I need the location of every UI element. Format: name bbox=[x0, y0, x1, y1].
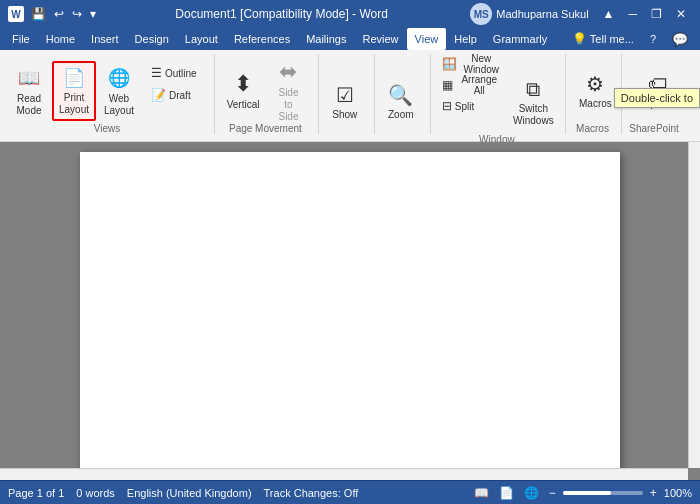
ribbon-group-show: ☑ Show bbox=[325, 54, 375, 134]
macros-button[interactable]: ⚙ Macros bbox=[572, 61, 619, 121]
views-small-buttons: ☰ Outline 📝 Draft bbox=[146, 63, 206, 121]
menu-references[interactable]: References bbox=[226, 28, 298, 50]
new-window-icon: 🪟 bbox=[442, 57, 457, 71]
close-button[interactable]: ✕ bbox=[670, 5, 692, 23]
zoom-button[interactable]: 🔍 Zoom bbox=[381, 72, 421, 132]
scrollbar-vertical[interactable] bbox=[688, 142, 700, 468]
menu-file[interactable]: File bbox=[4, 28, 38, 50]
tell-me-button[interactable]: 💡 Tell me... bbox=[564, 28, 642, 50]
lightbulb-icon: 💡 bbox=[572, 32, 587, 46]
customize-quick-access-button[interactable]: ▾ bbox=[87, 5, 99, 23]
minimize-button[interactable]: ─ bbox=[622, 5, 643, 23]
read-mode-label: ReadMode bbox=[16, 93, 41, 117]
document-area bbox=[0, 142, 700, 480]
page-movement-label: Page Movement bbox=[221, 123, 310, 134]
menu-mailings[interactable]: Mailings bbox=[298, 28, 354, 50]
zoom-slider[interactable] bbox=[563, 491, 643, 495]
save-button[interactable]: 💾 bbox=[28, 5, 49, 23]
outline-button[interactable]: ☰ Outline bbox=[146, 63, 206, 83]
status-bar-left: Page 1 of 1 0 words English (United King… bbox=[8, 487, 358, 499]
draft-label: Draft bbox=[169, 90, 191, 101]
read-mode-icon: 📖 bbox=[13, 65, 45, 91]
scrollbar-horizontal[interactable] bbox=[0, 468, 688, 480]
show-button[interactable]: ☑ Show bbox=[325, 72, 365, 132]
arrange-all-button[interactable]: ▦ Arrange All bbox=[437, 75, 508, 95]
side-to-side-button[interactable]: ⬌ Sideto Side bbox=[267, 61, 310, 121]
menu-view[interactable]: View bbox=[407, 28, 447, 50]
macros-buttons: ⚙ Macros bbox=[572, 54, 619, 121]
switch-windows-button[interactable]: ⧉ SwitchWindows bbox=[510, 72, 557, 132]
macros-label: Macros bbox=[579, 98, 612, 110]
ribbon-group-zoom: 🔍 Zoom bbox=[381, 54, 431, 134]
print-layout-label: PrintLayout bbox=[59, 92, 89, 116]
zoom-fill bbox=[563, 491, 611, 495]
tooltip-box: Double-click to bbox=[614, 88, 700, 108]
draft-button[interactable]: 📝 Draft bbox=[146, 85, 206, 105]
ribbon-collapse-button[interactable]: ▲ bbox=[597, 5, 621, 23]
user-name-label: Madhuparna Sukul bbox=[496, 8, 588, 20]
document-title: Document1 [Compatibility Mode] - Word bbox=[99, 7, 464, 21]
new-window-button[interactable]: 🪟 New Window bbox=[437, 54, 508, 74]
web-layout-icon: 🌐 bbox=[103, 65, 135, 91]
split-button[interactable]: ⊟ Split bbox=[437, 96, 508, 116]
zoom-control: − + 100% bbox=[546, 485, 692, 501]
ribbon-group-page-movement: ⬍ Vertical ⬌ Sideto Side Page Movement bbox=[221, 54, 319, 134]
question-icon: ? bbox=[650, 33, 656, 45]
quick-access-toolbar: 💾 ↩ ↪ ▾ bbox=[28, 5, 99, 23]
split-icon: ⊟ bbox=[442, 99, 452, 113]
read-view-button[interactable]: 📖 bbox=[471, 485, 492, 501]
outline-label: Outline bbox=[165, 68, 197, 79]
menu-design[interactable]: Design bbox=[127, 28, 177, 50]
user-account-button[interactable]: MS Madhuparna Sukul bbox=[464, 1, 594, 27]
ribbon-group-views: 📖 ReadMode 📄 PrintLayout 🌐 WebLayout ☰ O… bbox=[8, 54, 215, 134]
vertical-icon: ⬍ bbox=[234, 71, 252, 97]
macros-icon: ⚙ bbox=[586, 72, 604, 96]
side-to-side-icon: ⬌ bbox=[279, 59, 297, 85]
vertical-label: Vertical bbox=[227, 99, 260, 111]
zoom-level-label: 100% bbox=[664, 487, 692, 499]
zoom-icon: 🔍 bbox=[388, 83, 413, 107]
web-layout-button[interactable]: 🌐 WebLayout bbox=[98, 61, 140, 121]
switch-windows-icon: ⧉ bbox=[526, 78, 540, 101]
feedback-button[interactable]: 💬 bbox=[664, 28, 696, 50]
status-bar-right: 📖 📄 🌐 − + 100% bbox=[471, 485, 692, 501]
title-bar-left: W 💾 ↩ ↪ ▾ bbox=[8, 5, 99, 23]
menu-help[interactable]: Help bbox=[446, 28, 485, 50]
print-view-button[interactable]: 📄 bbox=[496, 485, 517, 501]
zoom-out-button[interactable]: − bbox=[546, 485, 559, 501]
views-buttons: 📖 ReadMode 📄 PrintLayout 🌐 WebLayout ☰ O… bbox=[8, 54, 206, 121]
split-label: Split bbox=[455, 101, 474, 112]
vertical-button[interactable]: ⬍ Vertical bbox=[221, 61, 265, 121]
help-icon-button[interactable]: ? bbox=[642, 28, 664, 50]
page-info-label: Page 1 of 1 bbox=[8, 487, 64, 499]
ribbon-group-window: 🪟 New Window ▦ Arrange All ⊟ Split ⧉ Swi… bbox=[437, 54, 566, 134]
new-window-label: New Window bbox=[460, 53, 503, 75]
title-bar: W 💾 ↩ ↪ ▾ Document1 [Compatibility Mode]… bbox=[0, 0, 700, 28]
menu-layout[interactable]: Layout bbox=[177, 28, 226, 50]
sharepoint-group-label: SharePoint bbox=[628, 123, 680, 134]
menu-grammarly[interactable]: Grammarly bbox=[485, 28, 555, 50]
undo-button[interactable]: ↩ bbox=[51, 5, 67, 23]
ribbon: 📖 ReadMode 📄 PrintLayout 🌐 WebLayout ☰ O… bbox=[0, 50, 700, 142]
read-mode-button[interactable]: 📖 ReadMode bbox=[8, 61, 50, 121]
word-count-label: 0 words bbox=[76, 487, 115, 499]
page-movement-buttons: ⬍ Vertical ⬌ Sideto Side bbox=[221, 54, 310, 121]
menu-review[interactable]: Review bbox=[355, 28, 407, 50]
show-buttons: ☑ Show bbox=[325, 54, 365, 132]
zoom-in-button[interactable]: + bbox=[647, 485, 660, 501]
word-icon: W bbox=[8, 6, 24, 22]
views-group-label: Views bbox=[8, 123, 206, 134]
print-layout-icon: 📄 bbox=[58, 66, 90, 90]
menu-home[interactable]: Home bbox=[38, 28, 83, 50]
avatar: MS bbox=[470, 3, 492, 25]
redo-button[interactable]: ↪ bbox=[69, 5, 85, 23]
web-view-button[interactable]: 🌐 bbox=[521, 485, 542, 501]
title-bar-controls: MS Madhuparna Sukul ▲ ─ ❐ ✕ bbox=[464, 1, 692, 27]
menu-insert[interactable]: Insert bbox=[83, 28, 127, 50]
print-layout-button[interactable]: 📄 PrintLayout bbox=[52, 61, 96, 121]
arrange-all-icon: ▦ bbox=[442, 78, 453, 92]
switch-windows-label: SwitchWindows bbox=[513, 103, 554, 127]
web-layout-label: WebLayout bbox=[104, 93, 134, 117]
show-icon: ☑ bbox=[336, 83, 354, 107]
restore-button[interactable]: ❐ bbox=[645, 5, 668, 23]
